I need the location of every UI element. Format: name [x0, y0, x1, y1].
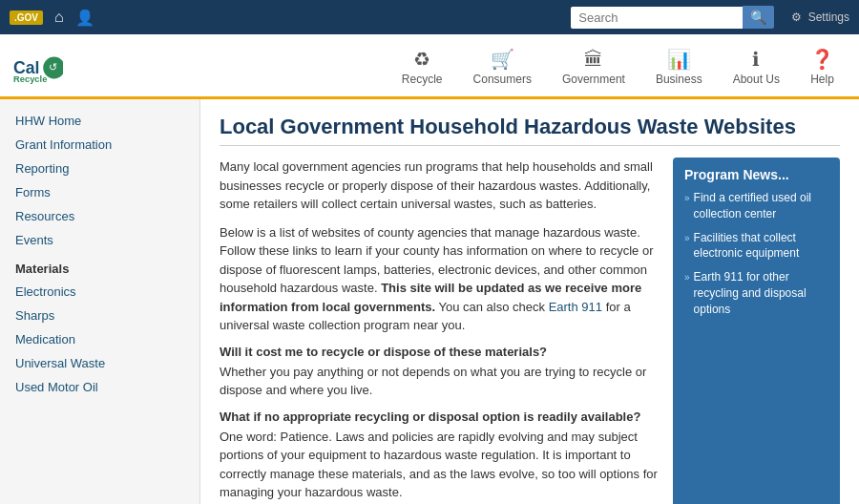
chevron-icon-2: » [684, 232, 690, 245]
about-icon: ℹ [752, 48, 760, 71]
government-icon: 🏛 [584, 49, 603, 71]
svg-text:↺: ↺ [49, 61, 57, 73]
earth911-link[interactable]: Earth 911 [549, 300, 602, 314]
news-link-1[interactable]: Find a certified used oil collection cen… [694, 190, 828, 222]
sidebar-item-universal-waste[interactable]: Universal Waste [0, 351, 199, 375]
question-2: What if no appropriate recycling or disp… [220, 410, 658, 424]
logo-area: Cal Recycle ↺ [10, 43, 63, 95]
sidebar-item-sharps[interactable]: Sharps [0, 304, 199, 327]
question-1: Will it cost me to recycle or dispose of… [220, 345, 658, 359]
consumers-icon: 🛒 [491, 48, 514, 71]
main-nav: ♻ Recycle 🛒 Consumers 🏛 Government 📊 Bus… [387, 42, 849, 96]
page-title: Local Government Household Hazardous Was… [220, 115, 840, 146]
search-input[interactable] [571, 7, 743, 29]
sidebar-item-resources[interactable]: Resources [0, 204, 199, 228]
search-container: 🔍 [571, 6, 774, 29]
intro-paragraph-1: Many local government agencies run progr… [220, 158, 658, 214]
search-button[interactable]: 🔍 [743, 6, 774, 29]
logo-text: Cal Recycle ↺ [10, 43, 63, 95]
business-icon: 📊 [667, 48, 691, 71]
answer-1: Whether you pay anything or not depends … [220, 363, 658, 400]
nav-item-government[interactable]: 🏛 Government [547, 43, 640, 96]
top-bar-icons: ⌂ 👤 [54, 9, 94, 27]
sidebar-item-electronics[interactable]: Electronics [0, 280, 199, 304]
main-content: Local Government Household Hazardous Was… [200, 99, 859, 504]
sidebar-item-medication[interactable]: Medication [0, 327, 199, 351]
program-news-item-1: » Find a certified used oil collection c… [684, 190, 828, 222]
sidebar-item-reporting[interactable]: Reporting [0, 157, 199, 180]
sidebar: HHW Home Grant Information Reporting For… [0, 99, 200, 504]
top-bar: .GOV ⌂ 👤 🔍 ⚙ Settings [0, 0, 859, 34]
recycle-icon: ♻ [413, 48, 430, 71]
sidebar-item-used-motor-oil[interactable]: Used Motor Oil [0, 375, 199, 399]
sidebar-item-hhw-home[interactable]: HHW Home [0, 109, 199, 133]
news-link-2[interactable]: Facilities that collect electronic equip… [694, 230, 828, 262]
sidebar-item-grant-info[interactable]: Grant Information [0, 133, 199, 157]
help-icon: ❓ [810, 48, 834, 71]
intro-paragraph-2: Below is a list of websites of county ag… [220, 223, 658, 335]
content-main: Many local government agencies run progr… [220, 158, 658, 504]
nav-item-help[interactable]: ❓ Help [795, 42, 849, 96]
settings-button[interactable]: ⚙ Settings [791, 10, 849, 24]
nav-item-business[interactable]: 📊 Business [640, 42, 718, 96]
program-news-item-3: » Earth 911 for other recycling and disp… [684, 269, 828, 317]
program-news-title: Program News... [684, 167, 828, 182]
answer-2: One word: Patience. Laws and policies ar… [220, 428, 658, 502]
program-news-item-2: » Facilities that collect electronic equ… [684, 230, 828, 262]
sidebar-item-events[interactable]: Events [0, 228, 199, 252]
gear-icon: ⚙ [791, 10, 802, 24]
materials-section-title: Materials [0, 252, 199, 280]
chevron-icon-1: » [684, 192, 690, 205]
news-link-3[interactable]: Earth 911 for other recycling and dispos… [694, 269, 828, 317]
user-icon[interactable]: 👤 [75, 9, 94, 27]
chevron-icon-3: » [684, 271, 690, 284]
gov-logo: .GOV [10, 10, 43, 25]
header: Cal Recycle ↺ ♻ Recycle 🛒 Consumers 🏛 Go… [0, 34, 859, 99]
home-icon[interactable]: ⌂ [54, 9, 64, 27]
nav-item-consumers[interactable]: 🛒 Consumers [458, 42, 547, 96]
program-news-box: Program News... » Find a certified used … [673, 158, 840, 504]
sidebar-item-forms[interactable]: Forms [0, 180, 199, 204]
content-wrapper: HHW Home Grant Information Reporting For… [0, 99, 859, 504]
nav-item-recycle[interactable]: ♻ Recycle [387, 42, 458, 96]
svg-text:Recycle: Recycle [13, 74, 47, 84]
content-flex: Many local government agencies run progr… [220, 158, 840, 504]
nav-item-about[interactable]: ℹ About Us [718, 42, 795, 96]
